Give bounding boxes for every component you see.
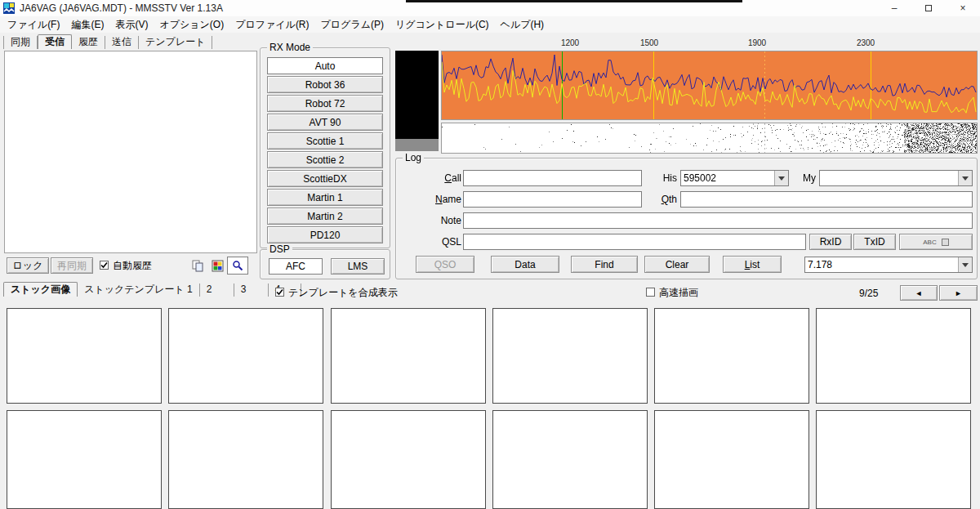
waterfall-display[interactable] <box>442 123 977 153</box>
menu-rig-control[interactable]: リグコントロール(C) <box>390 16 495 33</box>
fast-draw-checkbox[interactable] <box>646 288 655 297</box>
menu-program[interactable]: プログラム(P) <box>315 16 390 33</box>
call-input[interactable] <box>463 170 642 186</box>
rx-mode-martin1-button[interactable]: Martin 1 <box>267 189 383 206</box>
auto-history-checkbox[interactable] <box>100 261 109 270</box>
menu-help[interactable]: ヘルプ(H) <box>495 16 550 33</box>
rx-mode-auto-button[interactable]: Auto <box>267 57 383 74</box>
resync-button[interactable]: 再同期 <box>51 257 93 274</box>
arrow-right-icon: ► <box>955 289 962 297</box>
stock-image-cell[interactable] <box>168 410 323 509</box>
tab-sync[interactable]: 同期 <box>3 36 38 49</box>
stock-image-cell[interactable] <box>816 308 971 404</box>
freq-label-1200: 1200 <box>559 38 581 47</box>
log-group: Log Call His 595002 My Name Qth Note QSL… <box>395 158 978 279</box>
rx-mode-robot36-label: Robot 36 <box>305 79 345 91</box>
find-button[interactable]: Find <box>571 256 638 273</box>
tab-stock-template-1[interactable]: ストックテンプレート 1 <box>78 284 200 297</box>
qso-button[interactable]: QSO <box>416 256 474 273</box>
rx-mode-scottiedx-button[interactable]: ScottieDX <box>267 170 383 187</box>
rx-image-display <box>4 51 257 253</box>
data-label: Data <box>514 259 535 270</box>
clear-button[interactable]: Clear <box>644 256 710 273</box>
menu-view[interactable]: 表示(V) <box>109 16 154 33</box>
my-combo-dropdown-button[interactable] <box>958 171 972 185</box>
tab-stock-images[interactable]: ストック画像 <box>3 282 78 297</box>
name-label: Name <box>425 194 461 205</box>
rxid-button[interactable]: RxID <box>809 234 852 250</box>
stock-image-cell[interactable] <box>331 410 486 509</box>
list-label: List <box>745 259 760 270</box>
frequency-combo-dropdown-button[interactable] <box>958 257 972 272</box>
chevron-down-icon <box>962 176 969 184</box>
stock-image-cell[interactable] <box>7 308 162 404</box>
rx-mode-pd120-button[interactable]: PD120 <box>267 226 383 243</box>
list-button[interactable]: List <box>723 256 782 273</box>
template-overlay-checkbox[interactable] <box>275 288 284 297</box>
qso-label: QSO <box>434 259 457 270</box>
copy-image-icon[interactable] <box>189 258 206 273</box>
rx-mode-scottie1-label: Scottie 1 <box>306 136 345 147</box>
close-button[interactable]: × <box>946 0 980 16</box>
note-input[interactable] <box>463 212 973 229</box>
stock-image-cell[interactable] <box>654 308 809 404</box>
afc-button[interactable]: AFC <box>269 258 323 275</box>
menu-file[interactable]: ファイル(F) <box>2 16 65 33</box>
tab-stock-template-3[interactable]: 3 <box>234 284 269 297</box>
rx-mode-martin2-button[interactable]: Martin 2 <box>267 208 383 225</box>
data-button[interactable]: Data <box>491 256 559 273</box>
his-combo[interactable]: 595002 <box>680 170 789 186</box>
rx-mode-scottie1-button[interactable]: Scottie 1 <box>267 132 383 150</box>
stock-image-cell[interactable] <box>7 410 162 509</box>
frequency-combo[interactable]: 7.178 <box>804 257 973 273</box>
page-indicator: 9/25 <box>859 286 878 301</box>
lms-button[interactable]: LMS <box>331 258 385 275</box>
next-page-button[interactable]: ► <box>939 285 978 301</box>
color-adjust-icon[interactable] <box>209 258 225 273</box>
rx-mode-robot72-button[interactable]: Robot 72 <box>267 95 383 112</box>
my-combo[interactable] <box>819 170 973 186</box>
minimize-icon: – <box>892 2 898 14</box>
spectrum-display[interactable] <box>442 51 977 119</box>
tab-template[interactable]: テンプレート <box>139 36 212 49</box>
txid-button[interactable]: TxID <box>853 234 896 250</box>
menu-profile[interactable]: プロファイル(R) <box>229 16 314 33</box>
rxid-label: RxID <box>820 236 842 248</box>
log-group-label: Log <box>403 152 424 163</box>
stock-image-cell[interactable] <box>816 410 971 509</box>
his-combo-dropdown-button[interactable] <box>774 171 788 185</box>
name-input[interactable] <box>463 191 642 208</box>
rx-mode-scottie2-button[interactable]: Scottie 2 <box>267 151 383 168</box>
clear-label: Clear <box>666 259 689 270</box>
tab-stock-template-2[interactable]: 2 <box>200 284 234 297</box>
rx-mode-avt90-button[interactable]: AVT 90 <box>267 114 383 131</box>
dsp-group-label: DSP <box>267 243 292 255</box>
qsl-input[interactable] <box>463 234 806 250</box>
tab-receive[interactable]: 受信 <box>38 34 72 49</box>
stock-image-cell[interactable] <box>168 308 323 404</box>
lock-button[interactable]: ロック <box>7 257 49 274</box>
menu-option[interactable]: オプション(O) <box>154 16 229 33</box>
abc-text-entry-button[interactable]: ABC <box>899 234 973 250</box>
stock-image-cell[interactable] <box>492 308 648 404</box>
stock-image-cell[interactable] <box>654 410 809 509</box>
auto-history-label: 自動履歴 <box>113 260 152 271</box>
check-icon <box>276 288 283 296</box>
tab-transmit[interactable]: 送信 <box>105 36 139 49</box>
minimize-button[interactable]: – <box>877 0 911 16</box>
qth-input[interactable] <box>680 191 973 208</box>
magnifier-button[interactable] <box>227 257 248 275</box>
prev-page-button[interactable]: ◄ <box>900 285 938 301</box>
waterfall-panel <box>441 123 978 154</box>
stock-image-cell[interactable] <box>492 410 648 509</box>
spectrum-panel <box>441 51 978 120</box>
rx-mode-martin1-label: Martin 1 <box>307 192 342 203</box>
maximize-button[interactable] <box>911 0 946 16</box>
tab-history[interactable]: 履歴 <box>72 36 105 49</box>
menu-edit[interactable]: 編集(E) <box>65 16 109 33</box>
rx-mode-robot36-button[interactable]: Robot 36 <box>267 76 383 93</box>
titlebar: JA6VAG (JA6VAG.MDT) - MMSSTV Ver 1.13A –… <box>0 0 980 16</box>
stock-image-cell[interactable] <box>331 308 486 404</box>
qth-label: Qth <box>656 194 677 205</box>
window-title: JA6VAG (JA6VAG.MDT) - MMSSTV Ver 1.13A <box>20 0 223 16</box>
